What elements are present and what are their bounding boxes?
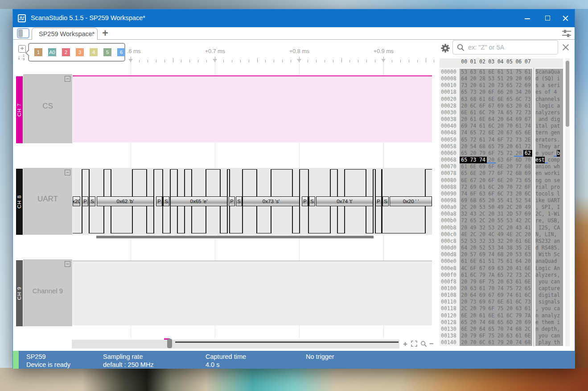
ascii-cell[interactable]: R (554, 197, 557, 204)
hex-byte-cell[interactable]: 74 (469, 123, 477, 129)
ascii-cell[interactable]: L (545, 231, 548, 238)
hex-byte-cell[interactable]: 20 (505, 89, 514, 96)
hex-byte-cell[interactable]: 6F (487, 150, 496, 157)
hex-byte-cell[interactable]: 65 (487, 143, 496, 150)
ascii-cell[interactable]: S (545, 75, 548, 82)
hex-byte-cell[interactable]: 67 (505, 129, 514, 136)
hex-byte-cell[interactable]: 6E (496, 177, 505, 184)
uart-decoded-byte[interactable]: 0x20 ' ' (390, 196, 432, 206)
ascii-cell[interactable]: s (539, 157, 542, 163)
hex-byte-cell[interactable]: 68 (514, 326, 523, 333)
hex-byte-cell[interactable]: 2E (523, 245, 532, 251)
hex-byte-cell[interactable]: 68 (478, 143, 487, 150)
hex-byte-cell[interactable]: 6F (496, 170, 505, 177)
ascii-cell[interactable]: a (542, 123, 545, 129)
ascii-cell[interactable] (535, 143, 539, 150)
ascii-cell[interactable]: c (548, 157, 551, 163)
ascii-cell[interactable]: a (554, 279, 557, 285)
ascii-cell[interactable] (539, 305, 542, 312)
hex-byte-cell[interactable]: 75 (487, 333, 496, 339)
hex-byte-cell[interactable]: 61 (478, 285, 487, 292)
ascii-cell[interactable] (551, 251, 554, 258)
hex-byte-cell[interactable]: 61 (478, 96, 487, 103)
hex-byte-cell[interactable]: 79 (469, 279, 477, 285)
hex-byte-cell[interactable]: 69 (478, 292, 487, 299)
ascii-cell[interactable]: e (557, 285, 560, 292)
hex-byte-cell[interactable]: 20 (523, 89, 532, 96)
ascii-cell[interactable]: l (542, 109, 545, 116)
hex-byte-cell[interactable]: 41 (523, 225, 532, 231)
hex-byte-cell[interactable]: 72 (460, 184, 469, 191)
hex-byte-cell[interactable]: 69 (523, 75, 532, 82)
ascii-cell[interactable]: y (548, 339, 551, 346)
ascii-cell[interactable]: n (557, 265, 560, 272)
ascii-cell[interactable] (557, 258, 560, 265)
hex-byte-cell[interactable]: 20 (469, 245, 477, 251)
hex-byte-cell[interactable]: 35 (514, 245, 523, 251)
hex-byte-cell[interactable]: 61 (523, 69, 532, 75)
hex-byte-cell[interactable]: 20 (460, 251, 469, 258)
ascii-cell[interactable]: n (557, 279, 560, 285)
ascii-cell[interactable]: n (539, 258, 542, 265)
ch7-collapse-button[interactable]: − (65, 76, 70, 82)
hex-byte-cell[interactable]: 20 (496, 129, 505, 136)
hex-byte-cell[interactable]: 2C (460, 305, 469, 312)
hex-byte-cell[interactable]: 61 (478, 69, 487, 75)
ascii-cell[interactable]: i (548, 103, 551, 109)
ascii-cell[interactable] (545, 157, 548, 163)
hex-byte-cell[interactable]: 20 (487, 197, 496, 204)
hex-byte-cell[interactable]: 6D (505, 319, 514, 326)
hex-byte-cell[interactable]: 54 (469, 143, 477, 150)
ascii-cell[interactable]: o (548, 137, 551, 143)
hex-byte-cell[interactable]: 61 (478, 137, 487, 143)
panel-toggle-icon[interactable] (17, 28, 29, 38)
hex-byte-cell[interactable]: 20 (460, 339, 469, 346)
hex-byte-cell[interactable]: 67 (487, 292, 496, 299)
ascii-cell[interactable]: l (542, 339, 545, 346)
hex-byte-cell[interactable]: 65 (505, 96, 514, 103)
ascii-cell[interactable]: a (548, 312, 551, 319)
ascii-cell[interactable] (535, 103, 539, 109)
hex-byte-cell[interactable]: 67 (487, 299, 496, 305)
ascii-cell[interactable]: b (557, 150, 560, 157)
ascii-cell[interactable] (539, 245, 542, 251)
hex-byte-cell[interactable]: 20 (514, 191, 523, 197)
hex-byte-cell[interactable]: 6C (514, 96, 523, 103)
ascii-cell[interactable]: z (545, 272, 548, 279)
hex-byte-cell[interactable]: 63 (469, 69, 477, 75)
ascii-cell[interactable] (557, 231, 560, 238)
hex-byte-cell[interactable]: 73 (460, 82, 469, 89)
ascii-cell[interactable]: S (539, 238, 542, 245)
uart-decoded-byte[interactable]: S (236, 196, 242, 206)
hex-byte-cell[interactable]: 77 (514, 163, 523, 170)
hex-byte-cell[interactable]: 43 (469, 211, 477, 217)
ascii-cell[interactable]: o (548, 170, 551, 177)
ascii-cell[interactable]: p (539, 339, 542, 346)
ascii-cell[interactable]: l (539, 272, 542, 279)
ascii-cell[interactable]: d (551, 116, 554, 123)
ascii-cell[interactable] (554, 204, 557, 211)
ascii-cell[interactable]: y (542, 150, 545, 157)
ch7-label-box[interactable]: CS − (23, 74, 72, 143)
hex-byte-cell[interactable]: 20 (496, 184, 505, 191)
ascii-cell[interactable]: a (551, 258, 554, 265)
hex-byte-cell[interactable]: 72 (460, 217, 469, 224)
uart-decoded-byte[interactable]: x20 (73, 196, 80, 206)
uart-decoded-byte[interactable]: P (375, 196, 382, 206)
ascii-cell[interactable]: a (542, 96, 545, 103)
ascii-cell[interactable]: R (542, 245, 545, 251)
ascii-cell[interactable]: i (557, 75, 560, 82)
hex-byte-cell[interactable]: 74 (487, 137, 496, 143)
hex-byte-cell[interactable]: 70 (496, 326, 505, 333)
capture-overview-bar[interactable] (72, 340, 399, 349)
ascii-cell[interactable]: t (535, 191, 539, 197)
ascii-cell[interactable]: a (535, 258, 539, 265)
hex-byte-cell[interactable]: 28 (478, 75, 487, 82)
ascii-cell[interactable]: R (535, 238, 539, 245)
hex-byte-cell[interactable]: 20 (478, 231, 487, 238)
ascii-cell[interactable]: a (535, 163, 539, 170)
zoom-in-button[interactable]: + (402, 341, 409, 348)
hex-byte-cell[interactable]: 32 (460, 211, 469, 217)
ascii-cell[interactable]: y (548, 143, 551, 150)
hex-byte-cell[interactable]: 20 (505, 225, 514, 231)
